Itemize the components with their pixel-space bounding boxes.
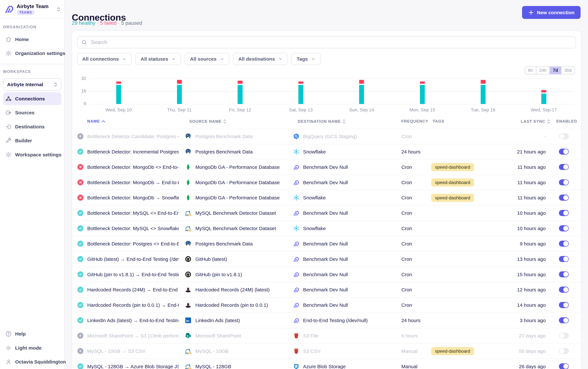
sidebar-item-label: Octavia Squiddington [15,359,66,365]
destination-name: Azure Blob Storage [303,363,346,369]
destination-name: Benchmark Dev Null [303,271,348,277]
enabled-toggle[interactable] [559,256,569,262]
time-range-option-30d[interactable]: 30d [561,67,575,74]
connection-row[interactable]: Hardcoded Records (24M) → End-to-End Te.… [72,282,581,297]
sidebar-item-connections[interactable]: Connections [3,92,61,105]
enabled-toggle[interactable] [559,149,569,154]
chevron-down-icon [122,57,126,61]
column-header-last-sync[interactable]: LAST SYNC [521,119,550,124]
help-icon [5,331,12,337]
sidebar-item-label: Home [15,37,29,42]
sidebar-item-label: Workspace settings [15,152,61,157]
connections-icon [5,95,12,102]
enabled-toggle[interactable] [559,164,569,170]
enabled-toggle[interactable] [559,225,569,231]
toggle-knob [563,257,568,261]
destination-name: Benchmark Dev Null [303,241,348,246]
x-axis-tick: Wed, Sep 17 [531,107,557,113]
sidebar-item-destinations[interactable]: Destinations [3,120,61,133]
frequency: Cron [401,179,412,185]
enabled-toggle[interactable] [559,195,569,201]
sidebar-item-organization-settings[interactable]: Organization settings [3,47,61,60]
sidebar-item-home[interactable]: Home [3,33,61,46]
column-header-name[interactable]: NAME [87,119,106,123]
time-range-option-24h[interactable]: 24h [536,67,549,74]
connection-row[interactable]: Bottleneck Detector: Incremental Postgre… [72,144,581,160]
source-name: Postgres Benchmark Data [195,133,253,139]
snowflake-icon [293,148,300,155]
destination-name: Benchmark Dev Null [303,210,348,216]
airbyte-icon [293,210,300,216]
connection-row[interactable]: GitHub (latest) → End-to-End Testing (/d… [72,251,581,267]
connection-row[interactable]: Bottleneck Detector: MySQL <> SnowflakeM… [72,221,581,236]
connection-row[interactable]: Bottleneck Detector: MySQL <> End-to-End… [72,205,581,221]
enabled-toggle[interactable] [559,363,569,369]
connection-row[interactable]: Microsoft SharePoint → S3 (13mb performa… [72,328,581,344]
connection-row[interactable]: Bottleneck Detector: MongoDb → End-to-En… [72,175,581,190]
enabled-toggle[interactable] [559,333,569,338]
connection-row[interactable]: Hardcoded Records (pin to 0.0.1) → End-t… [72,297,581,313]
enabled-toggle[interactable] [559,179,569,185]
svg-text:SQL: SQL [188,214,192,216]
enabled-toggle[interactable] [559,317,569,323]
enabled-toggle[interactable] [559,210,569,216]
filter-dropdown-all-statuses[interactable]: All statuses [135,53,181,65]
connection-row[interactable]: MySQL - 10GB → S3 CSVMySQLMySQL - 10GBS3… [72,343,581,359]
azure-blob-icon: 1001 [293,363,300,369]
destination-icon [5,123,12,130]
svg-text:in: in [186,319,189,323]
connection-row[interactable]: Bottleneck Detector: MongoDb <> End-to-E… [72,159,581,175]
connection-row[interactable]: GitHub (pin to v1.8.1) → End-to-End Test… [72,267,581,282]
sidebar-item-octavia-squiddington[interactable]: Octavia Squiddington [3,355,61,368]
search-input[interactable] [77,36,576,48]
sidebar-item-sources[interactable]: Sources [3,106,61,119]
toggle-knob [559,134,564,139]
chart-bar-healthy [481,85,486,104]
filter-dropdown-tags[interactable]: Tags [291,53,320,65]
toggle-knob [563,364,568,369]
enabled-toggle[interactable] [559,348,569,354]
sidebar-item-builder[interactable]: Builder [3,134,61,147]
svg-text:SQL: SQL [188,229,192,232]
last-sync: 12 hours ago [489,287,546,293]
connection-row[interactable]: LinkedIn Ads (latest) → End-to-End Testi… [72,313,581,328]
workspace-selector[interactable]: Airbyte Internal [3,78,61,91]
chart-bar-healthy [420,85,425,104]
new-connection-button[interactable]: New connection [522,6,581,19]
x-axis-tick: Fri, Sep 12 [229,107,251,113]
sidebar: Airbyte Team TEAMS ORGANIZATION HomeOrga… [0,0,65,369]
sort-both-icon [342,119,346,124]
column-header-source-name[interactable]: SOURCE NAME [189,119,226,124]
filter-dropdown-all-sources[interactable]: All sources [185,53,229,65]
enabled-toggle[interactable] [559,302,569,308]
sidebar-item-workspace-settings[interactable]: Workspace settings [3,148,61,161]
chart-bar-failed [298,82,303,84]
svg-text:SQL: SQL [188,367,192,369]
sidebar-item-help[interactable]: Help [3,328,61,340]
filter-dropdown-all-destinations[interactable]: All destinations [233,53,288,65]
status-failed-icon [77,164,83,170]
status-failed-icon [77,195,83,201]
time-range-option-6h[interactable]: 6h [525,67,536,74]
time-range-option-7d[interactable]: 7d [549,67,561,74]
column-label: ENABLED [556,119,577,123]
enabled-toggle[interactable] [559,287,569,293]
toggle-knob [563,318,568,323]
connection-row[interactable]: MySQL - 128GB → Azure Blob Storage JSOn … [72,359,581,369]
team-switcher[interactable]: Airbyte Team TEAMS [0,0,64,19]
column-header-destination-name[interactable]: DESTINATION NAME [298,119,346,124]
connection-row[interactable]: Bottleneck Detector: Postgres <> End-to-… [72,236,581,252]
sort-both-icon [547,119,550,124]
connection-row[interactable]: Bottleneck Detector Candidate: Postgres … [72,129,581,144]
chart-bar-failed [420,82,425,84]
filter-dropdown-all-connections[interactable]: All connections [77,53,132,65]
sidebar-item-label: Builder [15,138,32,144]
chart-bar-healthy [298,85,303,104]
tag-badge: speed-dashboard [431,195,474,201]
enabled-toggle[interactable] [559,271,569,277]
sidebar-item-light-mode[interactable]: Light mode [3,341,61,354]
enabled-toggle[interactable] [559,133,569,139]
enabled-toggle[interactable] [559,241,569,246]
last-sync: 14 hours ago [489,302,546,308]
connection-row[interactable]: Bottleneck Detector: MongoDb → Snowflake… [72,190,581,205]
